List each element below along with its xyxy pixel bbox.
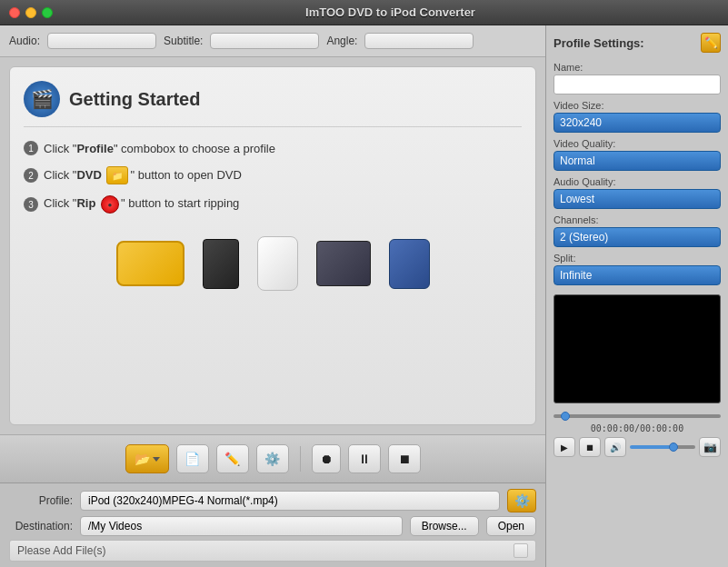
volume-slider[interactable] xyxy=(630,445,695,449)
bottom-section: Profile: iPod (320x240)MPEG-4 Normal(*.m… xyxy=(0,482,545,567)
record-button[interactable]: ⏺ xyxy=(312,444,341,473)
browse-button[interactable]: Browse... xyxy=(410,516,479,536)
steps-list: 1 Click "Profile" combobox to choose a p… xyxy=(24,141,522,214)
audio-quality-label: Audio Quality: xyxy=(553,176,721,187)
device-psp xyxy=(116,241,184,286)
step-3: 3 Click "Rip ●" button to start ripping xyxy=(24,195,522,214)
open-button[interactable]: Open xyxy=(486,516,536,536)
playback-buttons: ▶ ⏹ 🔊 📷 xyxy=(553,437,721,457)
profile-row: Profile: iPod (320x240)MPEG-4 Normal(*.m… xyxy=(9,489,536,512)
settings-button[interactable]: ⚙️ xyxy=(256,444,289,473)
content-area: 🎬 Getting Started 1 Click "Profile" comb… xyxy=(9,66,536,425)
video-quality-group: Video Quality: Normal High Low Lowest xyxy=(553,138,721,171)
destination-row: Destination: /My Videos Browse... Open xyxy=(9,516,536,536)
device-ipod xyxy=(257,236,298,291)
profile-label: Profile: xyxy=(9,494,73,507)
angle-label: Angle: xyxy=(326,35,357,47)
split-select[interactable]: Infinite 10 min 20 min 30 min xyxy=(553,265,721,285)
channels-label: Channels: xyxy=(553,214,721,225)
destination-dropdown[interactable]: /My Videos xyxy=(80,516,403,536)
status-icon-button[interactable] xyxy=(514,543,528,558)
stop-play-button[interactable]: ⏹ xyxy=(579,437,601,457)
status-text: Please Add File(s) xyxy=(17,544,514,557)
volume-icon[interactable]: 🔊 xyxy=(604,437,626,457)
channels-group: Channels: 2 (Stereo) 1 (Mono) xyxy=(553,214,721,247)
main-container: Audio: Subtitle: Angle: 🎬 Getting Starte… xyxy=(0,25,728,567)
pause-button[interactable]: ⏸ xyxy=(348,444,381,473)
getting-started-title: Getting Started xyxy=(69,89,200,110)
close-button[interactable] xyxy=(9,7,20,18)
step-2-num: 2 xyxy=(24,168,38,183)
top-bar: Audio: Subtitle: Angle: xyxy=(0,25,545,57)
step-1-text: Click "Profile" combobox to choose a pro… xyxy=(44,142,275,155)
player-controls: 00:00:00/00:00:00 ▶ ⏹ 🔊 📷 xyxy=(553,413,721,457)
video-size-select[interactable]: 320x240 640x480 176x144 xyxy=(553,113,721,133)
add-file-button[interactable]: 📄 xyxy=(176,444,209,473)
step-1: 1 Click "Profile" combobox to choose a p… xyxy=(24,141,522,155)
play-button[interactable]: ▶ xyxy=(553,437,575,457)
video-preview xyxy=(553,294,721,403)
profile-settings-header: Profile Settings: ✏️ xyxy=(553,33,721,53)
edit-button[interactable]: ✏️ xyxy=(216,444,249,473)
destination-label: Destination: xyxy=(9,520,73,532)
audio-quality-select[interactable]: Lowest Low Normal High xyxy=(553,189,721,209)
left-panel: Audio: Subtitle: Angle: 🎬 Getting Starte… xyxy=(0,25,546,567)
subtitle-label: Subtitle: xyxy=(164,35,203,47)
device-camera xyxy=(203,239,239,289)
name-input[interactable] xyxy=(553,75,721,94)
video-size-group: Video Size: 320x240 640x480 176x144 xyxy=(553,100,721,133)
step-2-text: Click "DVD 📁" button to open DVD xyxy=(44,166,242,184)
split-group: Split: Infinite 10 min 20 min 30 min xyxy=(553,253,721,285)
app-icon: 🎬 xyxy=(24,81,60,117)
getting-started-header: 🎬 Getting Started xyxy=(24,81,522,127)
audio-select[interactable] xyxy=(47,33,156,49)
angle-select[interactable] xyxy=(364,33,474,49)
video-quality-select[interactable]: Normal High Low Lowest xyxy=(553,151,721,171)
stop-button[interactable]: ⏹ xyxy=(388,444,421,473)
subtitle-select[interactable] xyxy=(210,33,319,49)
device-dvd xyxy=(316,241,371,286)
name-label: Name: xyxy=(553,62,721,73)
snapshot-button[interactable]: 📷 xyxy=(699,437,721,457)
profile-settings-label: Profile Settings: xyxy=(553,36,644,50)
step-1-num: 1 xyxy=(24,141,38,155)
profile-dropdown[interactable]: iPod (320x240)MPEG-4 Normal(*.mp4) xyxy=(80,491,500,511)
volume-thumb xyxy=(669,443,678,452)
channels-select[interactable]: 2 (Stereo) 1 (Mono) xyxy=(553,227,721,247)
step-3-text: Click "Rip ●" button to start ripping xyxy=(44,195,239,214)
step-2: 2 Click "DVD 📁" button to open DVD xyxy=(24,166,522,184)
window-title: ImTOO DVD to iPod Converter xyxy=(62,5,719,19)
device-images xyxy=(24,227,522,300)
titlebar: ImTOO DVD to iPod Converter xyxy=(0,0,728,25)
right-panel: Profile Settings: ✏️ Name: Video Size: 3… xyxy=(546,25,728,567)
audio-quality-group: Audio Quality: Lowest Low Normal High xyxy=(553,176,721,209)
audio-label: Audio: xyxy=(9,35,40,47)
open-file-button[interactable]: 📂 xyxy=(125,444,169,473)
minimize-button[interactable] xyxy=(25,7,36,18)
video-quality-label: Video Quality: xyxy=(553,138,721,149)
toolbar: 📂 📄 ✏️ ⚙️ ⏺ ⏸ ⏹ xyxy=(0,434,545,482)
toolbar-separator xyxy=(300,446,301,472)
edit-profile-button[interactable]: ✏️ xyxy=(701,33,721,53)
device-phone xyxy=(389,239,430,289)
status-bar: Please Add File(s) xyxy=(9,540,536,562)
video-size-label: Video Size: xyxy=(553,100,721,111)
step-3-num: 3 xyxy=(24,197,38,212)
profile-settings-button[interactable]: ⚙️ xyxy=(507,489,536,512)
time-display: 00:00:00/00:00:00 xyxy=(553,423,721,433)
split-label: Split: xyxy=(553,253,721,264)
name-field-group: Name: xyxy=(553,62,721,94)
traffic-lights xyxy=(9,7,53,18)
progress-track[interactable] xyxy=(553,414,721,418)
progress-thumb xyxy=(561,412,570,421)
maximize-button[interactable] xyxy=(42,7,53,18)
